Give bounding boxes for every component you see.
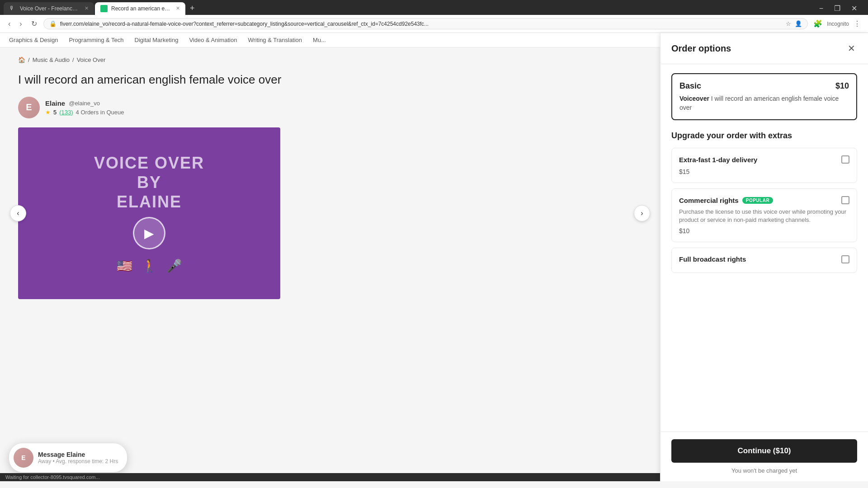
message-avatar: E [14, 448, 33, 468]
extra-commercial-rights-header: Commercial rights POPULAR [679, 196, 849, 204]
status-text: Waiting for collector-8095.tvsquared.com… [5, 474, 100, 480]
extra-fast-delivery-header: Extra-fast 1-day delivery [679, 155, 849, 164]
refresh-button[interactable]: ↻ [28, 18, 40, 30]
extra-broadcast-rights: Full broadcast rights [671, 248, 857, 273]
panel-close-button[interactable]: ✕ [846, 41, 857, 56]
seller-info: E Elaine @elaine_vo ★ 5 (133) 4 Orders i… [18, 97, 642, 118]
orders-queue: 4 Orders in Queue [76, 109, 124, 116]
carousel-prev-button[interactable]: ‹ [10, 205, 26, 221]
address-icons: ☆ 👤 [786, 20, 802, 27]
tab-2[interactable]: Record an american english fe... ✕ [95, 2, 185, 15]
seller-handle: @elaine_vo [69, 100, 100, 107]
media-icons: 🇺🇸 🚶 🎤 [117, 258, 182, 273]
breadcrumb-sep-1: / [28, 56, 30, 63]
tab-2-favicon [100, 5, 108, 12]
breadcrumb-home[interactable]: 🏠 [18, 56, 25, 63]
package-description: Voiceover I will record an american engl… [679, 94, 849, 112]
package-card[interactable]: Basic $10 Voiceover I will record an ame… [671, 73, 857, 120]
browser-chrome: 🎙 Voice Over - Freelance Voice A... ✕ Re… [0, 0, 868, 33]
extensions-button[interactable]: 🧩 [811, 18, 824, 30]
package-name: Basic [679, 81, 701, 91]
extra-fast-delivery-checkbox[interactable] [841, 155, 849, 164]
rating-value: 5 [53, 109, 57, 116]
nav-programming-tech[interactable]: Programming & Tech [69, 37, 123, 43]
extra-commercial-rights-desc: Purchase the license to use this voice o… [679, 208, 849, 224]
left-content: Graphics & Design Programming & Tech Dig… [0, 33, 660, 481]
breadcrumb-music-audio[interactable]: Music & Audio [33, 56, 70, 63]
extra-commercial-rights-checkbox[interactable] [841, 196, 849, 204]
media-text-line1: VOICE OVER [94, 153, 204, 173]
flag-icon: 🇺🇸 [117, 258, 132, 273]
tab-1-title: Voice Over - Freelance Voice A... [20, 5, 79, 12]
browser-tabs: 🎙 Voice Over - Freelance Voice A... ✕ Re… [0, 0, 868, 15]
extra-commercial-rights-name: Commercial rights POPULAR [679, 197, 773, 204]
main-layout: Graphics & Design Programming & Tech Dig… [0, 33, 868, 481]
rating-count[interactable]: (133) [59, 109, 73, 116]
media-text-line3: ELAINE [117, 192, 182, 211]
incognito-label: Incognito [827, 18, 849, 30]
panel-header: Order options ✕ [660, 33, 868, 64]
seller-rating: ★ 5 (133) 4 Orders in Queue [45, 109, 124, 116]
status-bar: Waiting for collector-8095.tvsquared.com… [0, 473, 660, 481]
tab-1-favicon: 🎙 [9, 5, 16, 12]
play-button[interactable]: ▶ [133, 217, 165, 249]
back-button[interactable]: ‹ [5, 18, 13, 30]
panel-footer: Continue ($10) You won't be charged yet [660, 432, 868, 481]
extra-broadcast-rights-checkbox[interactable] [841, 255, 849, 263]
seller-name[interactable]: Elaine [45, 99, 65, 107]
tab-2-close[interactable]: ✕ [176, 5, 180, 11]
microphone-icon: 🎤 [166, 258, 182, 273]
nav-graphics-design[interactable]: Graphics & Design [9, 37, 58, 43]
carousel-container: ‹ VOICE OVER BY ELAINE ▶ 🇺🇸 🚶 🎤 › [18, 127, 642, 299]
extra-fast-delivery-price: $15 [679, 168, 849, 175]
seller-details: Elaine @elaine_vo ★ 5 (133) 4 Orders in … [45, 99, 124, 116]
address-bar[interactable]: 🔒 fiverr.com/elaine_vo/record-a-natural-… [43, 18, 808, 29]
avatar-placeholder: E [18, 97, 40, 118]
site-navigation: Graphics & Design Programming & Tech Dig… [0, 33, 660, 47]
carousel-next-button[interactable]: › [634, 205, 650, 221]
nav-more[interactable]: Mu... [313, 37, 326, 43]
breadcrumb-sep-2: / [72, 56, 74, 63]
bookmark-icon[interactable]: ☆ [786, 20, 791, 27]
message-status: Away • Avg. response time: 2 Hrs [38, 458, 118, 465]
breadcrumb-voice-over: Voice Over [77, 56, 106, 63]
nav-video-animation[interactable]: Video & Animation [189, 37, 237, 43]
menu-button[interactable]: ⋮ [852, 18, 863, 30]
maximize-button[interactable]: ❐ [832, 2, 842, 14]
message-bubble[interactable]: E Message Elaine Away • Avg. response ti… [9, 443, 127, 472]
nav-writing-translation[interactable]: Writing & Translation [248, 37, 302, 43]
avatar: E [18, 97, 40, 118]
address-text: fiverr.com/elaine_vo/record-a-natural-fe… [60, 21, 783, 27]
new-tab-button[interactable]: + [186, 2, 198, 15]
tab-1-close[interactable]: ✕ [85, 5, 89, 11]
tab-1[interactable]: 🎙 Voice Over - Freelance Voice A... ✕ [4, 2, 94, 15]
popular-badge: POPULAR [742, 197, 773, 204]
extra-fast-delivery: Extra-fast 1-day delivery $15 [671, 148, 857, 183]
page-title: I will record an american english female… [18, 72, 642, 88]
no-charge-text: You won't be charged yet [671, 467, 857, 474]
forward-button[interactable]: › [17, 18, 24, 30]
nav-digital-marketing[interactable]: Digital Marketing [135, 37, 179, 43]
content-area: 🏠 / Music & Audio / Voice Over I will re… [0, 47, 660, 308]
extra-commercial-rights: Commercial rights POPULAR Purchase the l… [671, 188, 857, 242]
package-desc-bold: Voiceover [679, 95, 709, 102]
panel-title: Order options [671, 43, 731, 54]
toolbar-actions: 🧩 Incognito ⋮ [811, 18, 863, 30]
browser-toolbar: ‹ › ↻ 🔒 fiverr.com/elaine_vo/record-a-na… [0, 15, 868, 33]
order-panel: Order options ✕ Basic $10 Voiceover I wi… [660, 33, 868, 481]
minimize-button[interactable]: − [817, 3, 825, 14]
message-label: Message Elaine [38, 451, 118, 458]
extra-fast-delivery-name: Extra-fast 1-day delivery [679, 156, 757, 164]
tab-2-title: Record an american english fe... [111, 5, 170, 12]
profile-icon[interactable]: 👤 [795, 20, 802, 27]
media-text-line2: BY [137, 173, 161, 192]
extra-broadcast-rights-name: Full broadcast rights [679, 255, 746, 263]
person-icon: 🚶 [142, 258, 157, 273]
panel-body: Basic $10 Voiceover I will record an ame… [660, 64, 868, 432]
close-button[interactable]: ✕ [849, 2, 859, 14]
package-price: $10 [835, 81, 849, 91]
star-icon: ★ [45, 109, 51, 116]
continue-button[interactable]: Continue ($10) [671, 439, 857, 463]
extra-broadcast-rights-header: Full broadcast rights [679, 255, 849, 263]
breadcrumb: 🏠 / Music & Audio / Voice Over [18, 56, 642, 63]
